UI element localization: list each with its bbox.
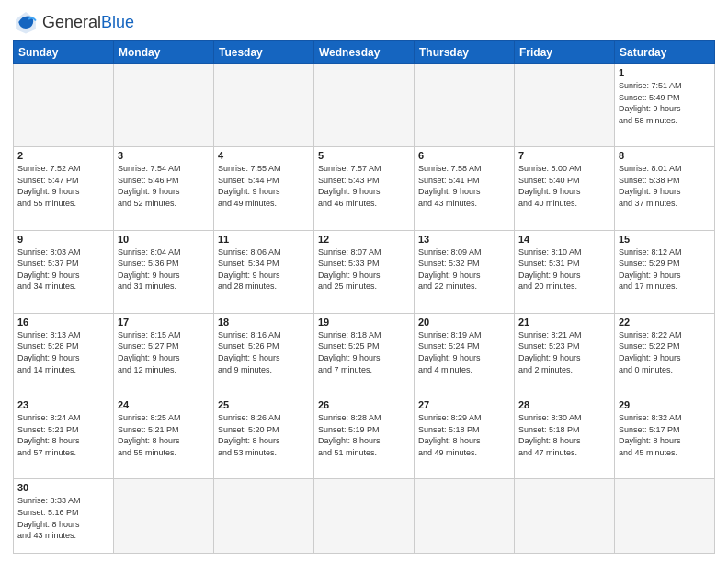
calendar-cell: 3Sunrise: 7:54 AMSunset: 5:46 PMDaylight…: [114, 147, 214, 230]
day-number: 3: [118, 150, 210, 161]
cell-info: Sunrise: 8:16 AMSunset: 5:26 PMDaylight:…: [218, 329, 310, 375]
calendar-cell: 24Sunrise: 8:25 AMSunset: 5:21 PMDayligh…: [114, 396, 214, 479]
calendar-cell: 10Sunrise: 8:04 AMSunset: 5:36 PMDayligh…: [114, 230, 214, 313]
weekday-header-wednesday: Wednesday: [314, 41, 415, 64]
calendar-cell: [515, 479, 615, 554]
cell-info: Sunrise: 8:04 AMSunset: 5:36 PMDaylight:…: [118, 247, 210, 293]
calendar-cell: 2Sunrise: 7:52 AMSunset: 5:47 PMDaylight…: [14, 147, 114, 230]
day-number: 20: [418, 316, 510, 327]
calendar-cell: 26Sunrise: 8:28 AMSunset: 5:19 PMDayligh…: [314, 396, 415, 479]
calendar-cell: 9Sunrise: 8:03 AMSunset: 5:37 PMDaylight…: [14, 230, 114, 313]
weekday-header-sunday: Sunday: [14, 41, 114, 64]
day-number: 12: [318, 234, 410, 245]
cell-info: Sunrise: 8:21 AMSunset: 5:23 PMDaylight:…: [518, 329, 610, 375]
calendar-cell: [415, 64, 515, 147]
cell-info: Sunrise: 7:55 AMSunset: 5:44 PMDaylight:…: [218, 163, 310, 209]
calendar-cell: 29Sunrise: 8:32 AMSunset: 5:17 PMDayligh…: [615, 396, 715, 479]
calendar-cell: [314, 479, 415, 554]
cell-info: Sunrise: 8:15 AMSunset: 5:27 PMDaylight:…: [118, 329, 210, 375]
calendar-cell: 14Sunrise: 8:10 AMSunset: 5:31 PMDayligh…: [515, 230, 615, 313]
cell-info: Sunrise: 8:18 AMSunset: 5:25 PMDaylight:…: [318, 329, 410, 375]
calendar-cell: [114, 479, 214, 554]
cell-info: Sunrise: 8:33 AMSunset: 5:16 PMDaylight:…: [17, 495, 109, 541]
cell-info: Sunrise: 7:52 AMSunset: 5:47 PMDaylight:…: [17, 163, 109, 209]
cell-info: Sunrise: 7:58 AMSunset: 5:41 PMDaylight:…: [418, 163, 510, 209]
day-number: 14: [518, 234, 610, 245]
cell-info: Sunrise: 8:03 AMSunset: 5:37 PMDaylight:…: [17, 247, 109, 293]
logo-text: GeneralBlue: [42, 14, 134, 31]
day-number: 7: [518, 150, 610, 161]
calendar-cell: 13Sunrise: 8:09 AMSunset: 5:32 PMDayligh…: [415, 230, 515, 313]
weekday-header-thursday: Thursday: [415, 41, 515, 64]
weekday-header-row: SundayMondayTuesdayWednesdayThursdayFrid…: [14, 41, 715, 64]
cell-info: Sunrise: 8:00 AMSunset: 5:40 PMDaylight:…: [518, 163, 610, 209]
calendar-cell: 28Sunrise: 8:30 AMSunset: 5:18 PMDayligh…: [515, 396, 615, 479]
logo: GeneralBlue: [13, 9, 134, 35]
cell-info: Sunrise: 8:07 AMSunset: 5:33 PMDaylight:…: [318, 247, 410, 293]
cell-info: Sunrise: 8:30 AMSunset: 5:18 PMDaylight:…: [518, 412, 610, 458]
cell-info: Sunrise: 8:19 AMSunset: 5:24 PMDaylight:…: [418, 329, 510, 375]
weekday-header-tuesday: Tuesday: [214, 41, 314, 64]
calendar-row-4: 23Sunrise: 8:24 AMSunset: 5:21 PMDayligh…: [14, 396, 715, 479]
calendar-cell: [615, 479, 715, 554]
calendar-cell: 23Sunrise: 8:24 AMSunset: 5:21 PMDayligh…: [14, 396, 114, 479]
day-number: 10: [118, 234, 210, 245]
day-number: 6: [418, 150, 510, 161]
day-number: 18: [218, 316, 310, 327]
cell-info: Sunrise: 8:06 AMSunset: 5:34 PMDaylight:…: [218, 247, 310, 293]
cell-info: Sunrise: 7:57 AMSunset: 5:43 PMDaylight:…: [318, 163, 410, 209]
calendar-cell: 30Sunrise: 8:33 AMSunset: 5:16 PMDayligh…: [14, 479, 114, 554]
cell-info: Sunrise: 8:28 AMSunset: 5:19 PMDaylight:…: [318, 412, 410, 458]
day-number: 28: [518, 399, 610, 410]
calendar-cell: 22Sunrise: 8:22 AMSunset: 5:22 PMDayligh…: [615, 313, 715, 396]
day-number: 22: [619, 316, 711, 327]
calendar-cell: [314, 64, 415, 147]
calendar-row-1: 2Sunrise: 7:52 AMSunset: 5:47 PMDaylight…: [14, 147, 715, 230]
day-number: 25: [218, 399, 310, 410]
cell-info: Sunrise: 8:25 AMSunset: 5:21 PMDaylight:…: [118, 412, 210, 458]
calendar-row-0: 1Sunrise: 7:51 AMSunset: 5:49 PMDaylight…: [14, 64, 715, 147]
calendar-cell: [515, 64, 615, 147]
calendar-cell: [114, 64, 214, 147]
calendar-cell: [14, 64, 114, 147]
day-number: 13: [418, 234, 510, 245]
cell-info: Sunrise: 8:24 AMSunset: 5:21 PMDaylight:…: [17, 412, 109, 458]
calendar-cell: 15Sunrise: 8:12 AMSunset: 5:29 PMDayligh…: [615, 230, 715, 313]
day-number: 26: [318, 399, 410, 410]
day-number: 16: [17, 316, 109, 327]
calendar-row-3: 16Sunrise: 8:13 AMSunset: 5:28 PMDayligh…: [14, 313, 715, 396]
header: GeneralBlue: [13, 9, 715, 35]
day-number: 23: [17, 399, 109, 410]
calendar-cell: 25Sunrise: 8:26 AMSunset: 5:20 PMDayligh…: [214, 396, 314, 479]
calendar-cell: 17Sunrise: 8:15 AMSunset: 5:27 PMDayligh…: [114, 313, 214, 396]
day-number: 9: [17, 234, 109, 245]
cell-info: Sunrise: 8:29 AMSunset: 5:18 PMDaylight:…: [418, 412, 510, 458]
calendar-cell: 19Sunrise: 8:18 AMSunset: 5:25 PMDayligh…: [314, 313, 415, 396]
day-number: 17: [118, 316, 210, 327]
calendar-cell: 11Sunrise: 8:06 AMSunset: 5:34 PMDayligh…: [214, 230, 314, 313]
weekday-header-friday: Friday: [515, 41, 615, 64]
day-number: 8: [619, 150, 711, 161]
calendar-cell: 5Sunrise: 7:57 AMSunset: 5:43 PMDaylight…: [314, 147, 415, 230]
calendar-cell: 7Sunrise: 8:00 AMSunset: 5:40 PMDaylight…: [515, 147, 615, 230]
calendar-cell: 16Sunrise: 8:13 AMSunset: 5:28 PMDayligh…: [14, 313, 114, 396]
calendar-cell: [214, 479, 314, 554]
cell-info: Sunrise: 8:13 AMSunset: 5:28 PMDaylight:…: [17, 329, 109, 375]
day-number: 24: [118, 399, 210, 410]
calendar-cell: 12Sunrise: 8:07 AMSunset: 5:33 PMDayligh…: [314, 230, 415, 313]
day-number: 21: [518, 316, 610, 327]
calendar-row-2: 9Sunrise: 8:03 AMSunset: 5:37 PMDaylight…: [14, 230, 715, 313]
cell-info: Sunrise: 8:01 AMSunset: 5:38 PMDaylight:…: [619, 163, 711, 209]
calendar-cell: 8Sunrise: 8:01 AMSunset: 5:38 PMDaylight…: [615, 147, 715, 230]
cell-info: Sunrise: 8:22 AMSunset: 5:22 PMDaylight:…: [619, 329, 711, 375]
cell-info: Sunrise: 7:54 AMSunset: 5:46 PMDaylight:…: [118, 163, 210, 209]
day-number: 2: [17, 150, 109, 161]
calendar-table: SundayMondayTuesdayWednesdayThursdayFrid…: [13, 40, 715, 554]
generalblue-icon: [13, 9, 39, 35]
day-number: 27: [418, 399, 510, 410]
calendar-cell: 4Sunrise: 7:55 AMSunset: 5:44 PMDaylight…: [214, 147, 314, 230]
page: GeneralBlue SundayMondayTuesdayWednesday…: [0, 0, 728, 563]
weekday-header-monday: Monday: [114, 41, 214, 64]
calendar-cell: [214, 64, 314, 147]
weekday-header-saturday: Saturday: [615, 41, 715, 64]
